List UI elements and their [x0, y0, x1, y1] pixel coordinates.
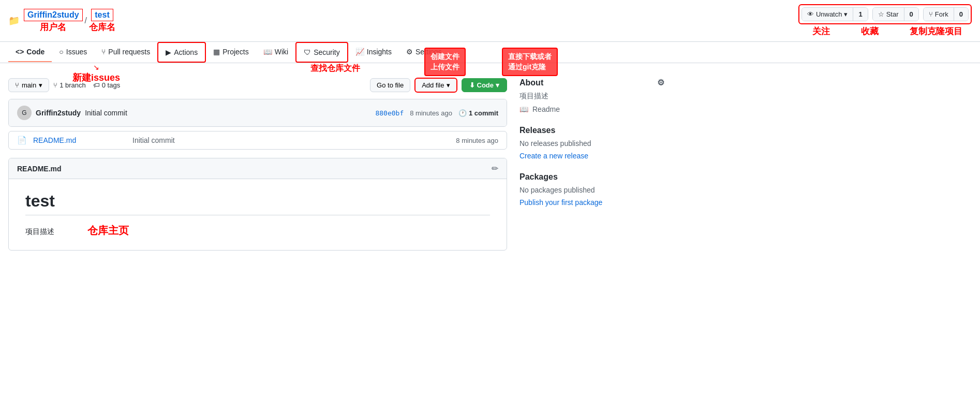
fork-icon: ⑂	[929, 10, 933, 18]
nav-projects[interactable]: ▦ Projects	[206, 42, 256, 62]
gear-icon[interactable]: ⚙	[657, 78, 664, 87]
security-icon: 🛡	[304, 48, 311, 56]
repo-main: ⑂ main ▾ ⑂ 1 branch 🏷 0 tags Go to file	[8, 78, 507, 251]
packages-label: Packages	[519, 172, 558, 182]
nav-pull-requests[interactable]: ⑂ Pull requests	[94, 42, 157, 62]
file-commit-msg: Initial commit	[132, 136, 450, 144]
about-desc: 项目描述	[519, 92, 664, 101]
nav-actions[interactable]: ▶ Actions	[157, 42, 206, 63]
fork-count-value: 0	[959, 10, 963, 18]
nav-issues-label: Issues	[66, 48, 87, 56]
file-icon: 📄	[17, 136, 27, 145]
settings-icon: ⚙	[406, 48, 413, 56]
nav-security[interactable]: 🛡 Security	[295, 42, 348, 63]
branch-icon: ⑂	[15, 81, 19, 89]
table-row: 📄 README.md Initial commit 8 minutes ago	[9, 131, 507, 149]
pull-request-icon: ⑂	[101, 48, 106, 56]
edit-icon[interactable]: ✏	[492, 164, 498, 173]
releases-section: Releases No releases published Create a …	[519, 126, 664, 160]
repo-nav: <> Code ○ Issues ⑂ Pull requests ▶ Actio…	[0, 42, 980, 63]
history-icon: 🕐	[458, 109, 467, 117]
about-label: About	[519, 78, 543, 87]
commit-time: 8 minutes ago	[410, 109, 452, 117]
star-button[interactable]: ☆ Star	[873, 8, 904, 21]
create-release-link[interactable]: Create a new release	[519, 152, 588, 160]
code-button[interactable]: ⬇ Code ▾	[462, 78, 508, 92]
nav-insights-label: Insights	[367, 48, 392, 56]
fork-count[interactable]: 0	[954, 8, 968, 21]
fork-annotation: 复制克隆项目	[910, 25, 962, 37]
breadcrumb-separator: /	[85, 16, 87, 25]
branch-name: main	[22, 81, 36, 89]
nav-code[interactable]: <> Code	[8, 42, 52, 62]
nav-wiki[interactable]: 📖 Wiki	[256, 42, 295, 62]
readme-body: test 项目描述 仓库主页	[9, 179, 507, 250]
watch-annotation: 关注	[812, 25, 830, 37]
username-link[interactable]: Griffin2study	[24, 9, 83, 21]
nav-insights[interactable]: 📈 Insights	[348, 42, 399, 62]
code-btn-label: Code	[477, 81, 494, 89]
commit-meta: 880e0bf 8 minutes ago 🕐 1 commit	[375, 109, 498, 117]
commit-info-box: G Griffin2study Initial commit 880e0bf 8…	[8, 99, 507, 127]
packages-section: Packages No packages published Publish y…	[519, 172, 664, 207]
eye-icon: 👁	[807, 10, 814, 18]
issues-icon: ○	[59, 48, 63, 56]
add-file-button[interactable]: Add file ▾	[414, 78, 457, 93]
wiki-icon: 📖	[263, 48, 272, 56]
readme-sidebar-item: 📖 Readme	[519, 105, 664, 113]
chevron-down-icon: ▾	[496, 81, 499, 89]
code-icon: <>	[16, 48, 24, 56]
reponame-link[interactable]: test	[91, 9, 113, 21]
publish-package-item: Publish your first package	[519, 198, 664, 207]
readme-content: 项目描述	[25, 227, 54, 236]
commit-info-row: G Griffin2study Initial commit 880e0bf 8…	[9, 99, 507, 126]
download-icon: ⬇	[469, 81, 475, 89]
watch-group: 👁 Unwatch ▾ 1	[801, 7, 868, 21]
commit-username: Griffin2study	[36, 109, 81, 117]
file-table: 📄 README.md Initial commit 8 minutes ago	[8, 131, 507, 150]
repo-icon: 📁	[8, 15, 20, 26]
branch-selector[interactable]: ⑂ main ▾	[8, 78, 49, 92]
watch-label: Unwatch	[816, 10, 842, 18]
go-to-file-button[interactable]: Go to file	[370, 78, 410, 92]
main-content: ⑂ main ▾ ⑂ 1 branch 🏷 0 tags Go to file	[0, 69, 673, 259]
star-label: Star	[886, 10, 899, 18]
new-issues-annotation: 新建issues	[72, 71, 120, 84]
chevron-down-icon: ▾	[39, 81, 42, 89]
commit-count: 🕐 1 commit	[458, 109, 498, 117]
nav-wiki-label: Wiki	[275, 48, 288, 56]
watch-count[interactable]: 1	[853, 8, 867, 21]
watch-star-fork-group: 👁 Unwatch ▾ 1 ☆ Star 0	[798, 4, 972, 24]
star-count[interactable]: 0	[904, 8, 918, 21]
commit-count-value: 1 commit	[469, 109, 498, 117]
chevron-down-icon: ▾	[447, 81, 450, 89]
readme-annotation: 仓库主页	[87, 224, 129, 238]
actions-icon: ▶	[166, 48, 171, 56]
publish-package-link[interactable]: Publish your first package	[519, 198, 602, 207]
download-annotation: 直接下载或者	[508, 52, 552, 62]
nav-security-label: Security	[314, 48, 340, 56]
watch-button[interactable]: 👁 Unwatch ▾	[802, 8, 854, 21]
readme-header: README.md ✏	[9, 158, 507, 179]
create-file-annotation: 创建文件	[430, 52, 459, 62]
book-icon: 📖	[519, 105, 528, 113]
go-to-file-label: Go to file	[377, 81, 404, 89]
releases-title: Releases	[519, 126, 664, 135]
nav-actions-label: Actions	[174, 48, 198, 56]
nav-issues[interactable]: ○ Issues	[52, 42, 94, 62]
fork-label: Fork	[935, 10, 948, 18]
star-icon: ☆	[878, 10, 884, 18]
top-bar-right: 👁 Unwatch ▾ 1 ☆ Star 0	[798, 4, 972, 37]
readme-box: README.md ✏ test 项目描述 仓库主页	[8, 158, 507, 251]
chevron-down-icon: ▾	[844, 10, 848, 18]
commit-message: Initial commit	[85, 109, 127, 117]
fork-button[interactable]: ⑂ Fork	[924, 8, 954, 21]
nav-pull-requests-label: Pull requests	[108, 48, 150, 56]
reponame-annotation: 仓库名	[89, 21, 115, 33]
repo-sidebar: About ⚙ 项目描述 📖 Readme Releases No releas…	[519, 78, 664, 251]
top-bar-left: 📁 Griffin2study 用户名 / test 仓库名	[8, 9, 115, 33]
file-name-link[interactable]: README.md	[33, 136, 126, 144]
insights-icon: 📈	[355, 48, 364, 56]
packages-empty: No packages published	[519, 186, 664, 194]
commit-hash: 880e0bf	[375, 109, 404, 117]
